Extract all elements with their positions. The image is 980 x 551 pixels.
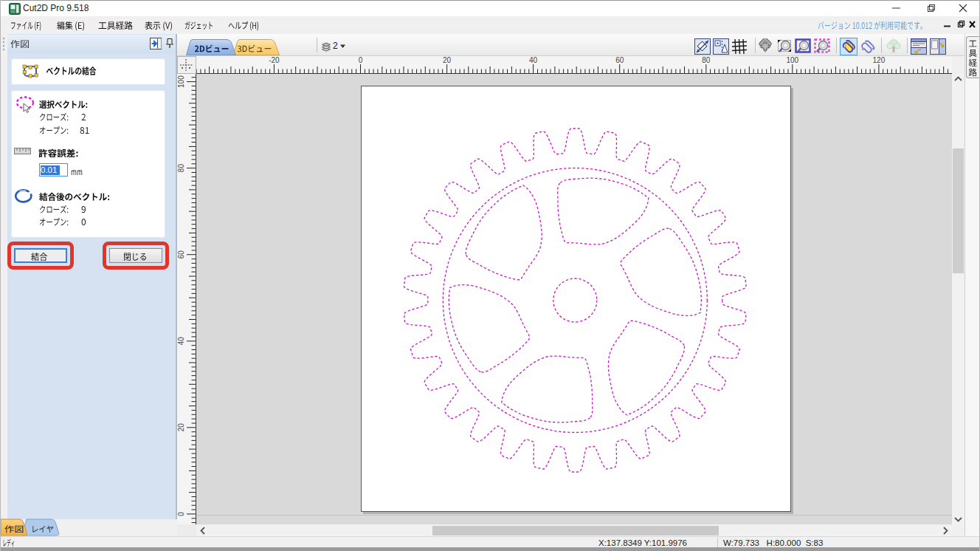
svg-text:40: 40	[177, 337, 185, 346]
svg-text:20: 20	[443, 56, 452, 64]
svg-text:40: 40	[529, 56, 538, 64]
svg-text:60: 60	[177, 250, 185, 259]
svg-text:0: 0	[177, 512, 185, 516]
svg-text:0: 0	[359, 56, 363, 64]
svg-text:60: 60	[615, 56, 624, 64]
svg-text:100: 100	[786, 56, 798, 64]
svg-text:-20: -20	[269, 56, 280, 64]
svg-text:80: 80	[702, 56, 711, 64]
svg-text:100: 100	[177, 75, 185, 88]
svg-text:80: 80	[177, 164, 185, 173]
svg-text:20: 20	[177, 423, 185, 432]
svg-text:120: 120	[873, 56, 886, 64]
